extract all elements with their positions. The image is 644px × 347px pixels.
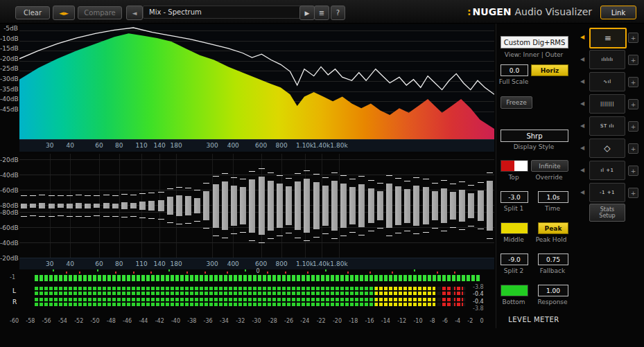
histogram-bar	[58, 204, 64, 208]
add-module-button[interactable]: +	[628, 77, 638, 87]
module-select-arrow-icon[interactable]: ◀	[580, 189, 584, 195]
module-select-arrow-icon[interactable]: ◀	[580, 123, 584, 129]
peak-hold-mark	[441, 180, 447, 181]
link-button[interactable]: Link	[600, 6, 636, 19]
stats-setup-button[interactable]: Stats Setup	[589, 204, 625, 222]
module-row: ◀ılılılı+	[580, 50, 643, 69]
peak-hold-mark	[76, 216, 82, 217]
add-module-button[interactable]: +	[628, 143, 638, 154]
peak-hold-mark	[176, 187, 182, 188]
peak-hold-mark	[395, 233, 401, 233]
peak-hold-mark	[167, 188, 173, 189]
full-scale-label: Full Scale	[494, 78, 534, 85]
swap-button[interactable]: ◄►	[53, 6, 75, 20]
peak-hold-mark	[85, 195, 91, 196]
help-button[interactable]: ?	[331, 6, 345, 20]
spectrum-frequency-axis: 304060801101401803004006008001.10k1.40k1…	[19, 139, 494, 152]
peak-button[interactable]: Peak	[538, 222, 568, 234]
peak-hold-mark	[67, 216, 73, 217]
histogram-bar	[103, 203, 110, 208]
scale-number: -60	[10, 318, 19, 324]
module-histogram-button[interactable]: ılılılı	[589, 50, 625, 69]
grid-line	[19, 175, 494, 175]
module-loudness-button[interactable]: ıl +1	[589, 161, 625, 180]
peak-hold-mark	[139, 217, 146, 218]
peak-hold-mark	[94, 195, 100, 196]
preset-display[interactable]: Mix - Spectrum	[143, 6, 309, 19]
response-field[interactable]: 1.00	[538, 285, 568, 296]
histogram-db-label: -80dB	[0, 202, 18, 209]
module-select-arrow-icon[interactable]: ◀	[580, 145, 584, 151]
histogram-bar	[39, 203, 45, 208]
middle-color-swatch[interactable]	[501, 222, 528, 234]
spectrum-db-label: -25dB	[0, 65, 18, 72]
level-meter-right	[35, 298, 466, 307]
left-rms-bar	[35, 292, 466, 295]
module-select-arrow-icon[interactable]: ◀	[580, 78, 584, 84]
previous-preset-button[interactable]: ◄	[126, 6, 143, 20]
toolbar: Clear ◄► Compare ◄ Mix - Spectrum ▶ ≣ ? …	[0, 0, 644, 24]
preset-list-button[interactable]: ≣	[314, 6, 329, 20]
peak-hold-mark	[203, 228, 209, 229]
module-stereo-bands-button[interactable]: ST ılı	[589, 116, 625, 136]
histogram-bar	[139, 202, 146, 209]
add-module-button[interactable]: +	[628, 166, 638, 176]
module-correlation-button[interactable]: -1 +1	[589, 183, 625, 202]
module-select-arrow-icon[interactable]: ◀	[580, 56, 584, 62]
module-spectrum-button[interactable]: ≡	[589, 28, 627, 48]
meter-mode-select[interactable]: Custom Dig+RMS	[501, 36, 568, 48]
peak-hold-mark	[459, 229, 465, 230]
spectrum-db-label: -15dB	[0, 45, 18, 52]
peak-hold-mark	[268, 172, 274, 173]
module-row: ◀∿ıl+	[580, 72, 643, 91]
histogram-bar	[49, 204, 55, 208]
peak-hold-mark	[231, 177, 237, 178]
histogram-db-label: -40dB	[0, 240, 18, 247]
infinite-button[interactable]: Infinite	[531, 160, 568, 172]
time-field[interactable]: 1.0s	[538, 191, 568, 203]
module-vectorscope-button[interactable]: ◇	[589, 139, 625, 158]
module-select-arrow-icon[interactable]: ◀	[580, 167, 584, 173]
module-select-arrow-icon[interactable]: ◀	[580, 100, 584, 107]
time-label: Time	[532, 205, 573, 212]
peak-hold-mark	[459, 181, 465, 182]
top-color-swatch[interactable]	[501, 160, 528, 172]
frequency-label: 80	[115, 142, 123, 149]
brand-logo: : NUGEN Audio Visualizer	[467, 5, 592, 19]
clear-button[interactable]: Clear	[15, 6, 50, 19]
display-style-select[interactable]: Shrp	[501, 130, 568, 142]
add-module-button[interactable]: +	[628, 55, 638, 65]
add-module-button[interactable]: +	[628, 188, 638, 198]
frequency-label: 30	[46, 260, 53, 267]
histogram-db-label: -20dB	[0, 157, 18, 163]
split2-field[interactable]: -9.0	[501, 253, 528, 265]
horiz-button[interactable]: Horiz	[531, 64, 568, 76]
peak-hold-mark	[340, 235, 347, 236]
play-button[interactable]: ▶	[299, 6, 315, 20]
freeze-button[interactable]: Freeze	[501, 96, 532, 109]
split1-field[interactable]: -3.0	[501, 191, 528, 203]
peak-hold-mark	[404, 181, 410, 181]
add-module-button[interactable]: +	[628, 121, 638, 132]
module-spectrogram-button[interactable]: ∿ıl	[589, 72, 625, 91]
module-select-arrow-icon[interactable]: ◀	[580, 34, 584, 40]
full-scale-field[interactable]: 0.0	[501, 64, 528, 76]
module-bands-button[interactable]: |||||||	[589, 94, 625, 114]
peak-hold-mark	[487, 172, 493, 173]
peak-hold-mark	[30, 215, 36, 216]
bottom-color-swatch[interactable]	[501, 285, 528, 296]
compare-button[interactable]: Compare	[78, 6, 122, 19]
histogram-bar	[450, 192, 456, 219]
left-channel-label: L	[12, 287, 16, 294]
add-module-button[interactable]: +	[628, 33, 638, 43]
peak-hold-mark	[85, 216, 91, 217]
peak-hold-mark	[213, 235, 219, 236]
module-row: ◀≡+	[580, 28, 643, 47]
peak-hold-mark	[67, 195, 73, 196]
peak-hold-mark	[349, 179, 356, 179]
peak-hold-mark	[395, 178, 401, 179]
peak-hold-mark	[413, 177, 419, 178]
fallback-field[interactable]: 0.75	[538, 253, 568, 265]
peak-hold-mark	[148, 218, 155, 219]
add-module-button[interactable]: +	[628, 99, 638, 109]
